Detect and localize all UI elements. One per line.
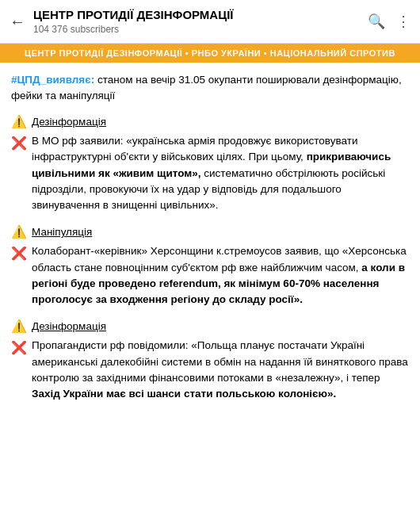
section3-body: ❌ Пропагандисти рф повідомили: «Польща п… <box>11 338 409 402</box>
section2-title: ⚠️ Маніпуляція <box>11 224 409 239</box>
section3-text: Пропагандисти рф повідомили: «Польща пла… <box>32 338 409 402</box>
section-manipulyacia: ⚠️ Маніпуляція ❌ Колаборант-«керівник» Х… <box>11 224 409 308</box>
banner-text: ЦЕНТР ПРОТИДІЇ ДЕЗІНФОРМАЦІЇ • РНБО УКРА… <box>25 48 395 58</box>
channel-title: ЦЕНТР ПРОТИДІЇ ДЕЗІНФОРМАЦІЇ <box>33 8 360 22</box>
x-icon-2: ❌ <box>11 244 27 308</box>
post-intro: #ЦПД_виявляє: станом на вечір 31.05 окуп… <box>11 72 409 103</box>
section2-label: Маніпуляція <box>32 226 92 238</box>
section1-body: ❌ В МО рф заявили: «українська армія про… <box>11 133 409 213</box>
more-icon[interactable]: ⋮ <box>396 13 410 30</box>
warning-icon-2: ⚠️ <box>11 224 27 239</box>
section2-body: ❌ Колаборант-«керівник» Херсонщини к.стр… <box>11 243 409 308</box>
section2-text: Колаборант-«керівник» Херсонщини к.стрем… <box>32 243 409 308</box>
post-hashtag: #ЦПД_виявляє: <box>11 74 94 86</box>
post-content: #ЦПД_виявляє: станом на вечір 31.05 окуп… <box>0 63 420 423</box>
section1-text: В МО рф заявили: «українська армія продо… <box>32 133 409 213</box>
search-icon[interactable]: 🔍 <box>368 13 385 30</box>
back-button[interactable]: ← <box>10 13 25 31</box>
warning-icon-3: ⚠️ <box>11 319 27 334</box>
channel-info: ЦЕНТР ПРОТИДІЇ ДЕЗІНФОРМАЦІЇ 104 376 sub… <box>33 8 360 35</box>
section3-title: ⚠️ Дезінформація <box>11 319 409 334</box>
subscriber-count: 104 376 subscribers <box>33 24 360 35</box>
section-dezinfo-2: ⚠️ Дезінформація ❌ Пропагандисти рф пові… <box>11 319 409 402</box>
section-dezinfo-1: ⚠️ Дезінформація ❌ В МО рф заявили: «укр… <box>11 114 409 213</box>
channel-header: ← ЦЕНТР ПРОТИДІЇ ДЕЗІНФОРМАЦІЇ 104 376 s… <box>0 0 420 44</box>
header-actions: 🔍 ⋮ <box>368 13 410 30</box>
section3-label: Дезінформація <box>32 320 106 332</box>
channel-banner: ЦЕНТР ПРОТИДІЇ ДЕЗІНФОРМАЦІЇ • РНБО УКРА… <box>0 44 420 63</box>
warning-icon-1: ⚠️ <box>11 114 27 129</box>
section1-title: ⚠️ Дезінформація <box>11 114 409 129</box>
x-icon-1: ❌ <box>11 134 27 213</box>
section1-label: Дезінформація <box>32 116 106 128</box>
x-icon-3: ❌ <box>11 338 27 402</box>
